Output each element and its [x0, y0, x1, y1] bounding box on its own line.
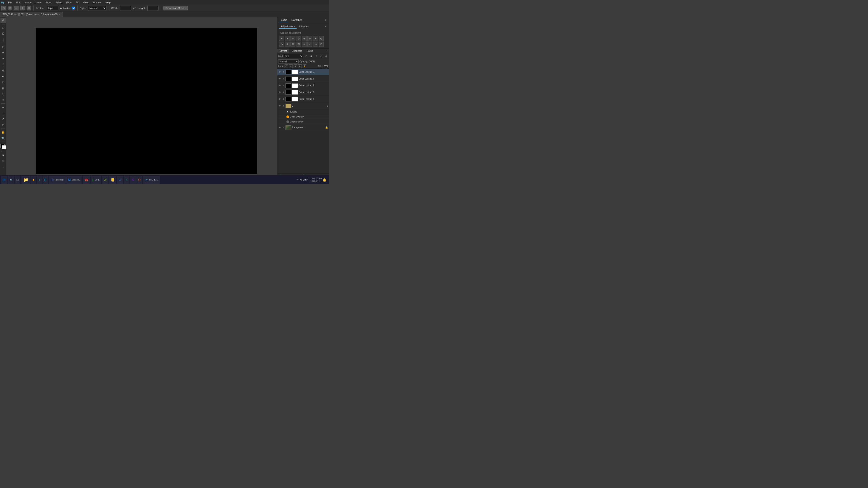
menu-image[interactable]: Image — [23, 1, 33, 4]
width-input[interactable] — [120, 6, 131, 10]
layer-vis-1[interactable]: 👁 — [278, 98, 281, 101]
menu-window[interactable]: Window — [91, 1, 103, 4]
rectangular-marquee-tool[interactable]: ⬡ — [0, 25, 6, 31]
layer-vis-4[interactable]: 👁 — [278, 77, 281, 80]
menu-3d[interactable]: 3D — [74, 1, 81, 4]
pen-tool[interactable]: ✒ — [0, 105, 6, 110]
feather-input[interactable] — [47, 6, 58, 10]
brightness-contrast-icon[interactable]: ☀ — [279, 36, 284, 41]
spotify-btn[interactable]: ♪ — [37, 176, 42, 184]
menu-help[interactable]: Help — [103, 1, 112, 4]
swatches-tab[interactable]: Swatches — [289, 18, 304, 22]
layer-item-color-lookup-2[interactable]: 👁 ⚙ Color Lookup 2 — [277, 82, 329, 89]
start-button[interactable]: ⊞ — [1, 176, 7, 184]
history-brush-tool[interactable]: ↩ — [0, 74, 6, 79]
filter-type-icon[interactable]: T — [314, 54, 318, 58]
marquee-single-col-icon[interactable]: | — [20, 6, 25, 10]
layer-settings-4[interactable]: ⚙ — [282, 77, 285, 80]
filter-pixel-icon[interactable]: ⬡ — [304, 54, 308, 58]
blur-tool[interactable]: ◌ — [0, 91, 6, 97]
lock-transparent-btn[interactable]: ⬡ — [285, 64, 288, 68]
fg-bg-color-selector[interactable] — [0, 144, 6, 149]
adj-panel-collapse[interactable]: ≡ — [324, 25, 327, 28]
hand-tool[interactable]: ✋ — [0, 130, 6, 135]
lock-all-btn[interactable]: 🔒 — [303, 64, 306, 68]
layer-item-background[interactable]: 👁 ⚙ Background 🔒 — [277, 124, 329, 131]
layer-vis-3[interactable]: 👁 — [278, 91, 281, 94]
color-tab[interactable]: Color — [279, 18, 289, 22]
layer-item-j[interactable]: 👁 ⚙ J fx — [277, 103, 329, 109]
quick-mask-tool[interactable]: ◪ — [0, 152, 6, 158]
swap-icon[interactable]: ⇄ — [133, 6, 136, 10]
messenger-btn[interactable]: M Messen... — [66, 176, 82, 184]
task-view-btn[interactable]: ❑ — [15, 176, 20, 184]
layer-settings-3[interactable]: ⚙ — [282, 91, 285, 94]
style-select[interactable]: Normal Fixed Ratio Fixed Size — [88, 6, 106, 10]
shape-tool[interactable]: ◻ — [0, 122, 6, 128]
zoom-tool[interactable]: 🔍 — [0, 135, 6, 141]
layer-item-color-lookup-4[interactable]: 👁 ⚙ Color Lookup 4 — [277, 75, 329, 82]
selective-color-icon[interactable]: ⊡ — [319, 41, 324, 46]
channel-mixer-icon[interactable]: ⊠ — [285, 41, 290, 46]
drop-shadow-item[interactable]: Drop Shadow — [277, 119, 329, 124]
posterize-icon[interactable]: ≡ — [302, 41, 307, 46]
black-white-icon[interactable]: ◐ — [319, 36, 324, 41]
more-tools[interactable]: ... — [0, 164, 6, 169]
color-lookup-icon[interactable]: ⊟ — [290, 41, 296, 46]
file-explorer-btn[interactable]: 📁 — [22, 176, 30, 184]
menu-edit[interactable]: Edit — [14, 1, 22, 4]
clone-stamp-tool[interactable]: ⊕ — [0, 68, 6, 73]
screen-mode-tool[interactable]: ⬛ — [0, 158, 6, 164]
effects-arrow[interactable]: ▼ — [286, 110, 289, 113]
eraser-tool[interactable]: ◻ — [0, 79, 6, 85]
skype-btn[interactable]: S — [42, 176, 48, 184]
onenote-btn[interactable]: N — [130, 176, 136, 184]
photo-filter-icon[interactable]: ◑ — [279, 41, 284, 46]
notepad-btn[interactable]: 📒 — [109, 176, 116, 184]
menu-file[interactable]: File — [6, 1, 14, 4]
wechat-btn[interactable]: W — [102, 176, 108, 184]
facebook-btn[interactable]: Fb Facebook — [49, 176, 66, 184]
layer-settings-j[interactable]: ⚙ — [282, 105, 285, 107]
levels-icon[interactable]: ▲ — [285, 36, 290, 41]
height-input[interactable] — [147, 6, 159, 10]
color-panel-collapse[interactable]: ≡ — [324, 18, 327, 22]
excel-btn[interactable]: X — [124, 176, 129, 184]
search-taskbar[interactable]: 🔍 — [8, 176, 14, 184]
filter-shape-icon[interactable]: ◻ — [319, 54, 323, 58]
layers-tab[interactable]: Layers — [277, 48, 289, 53]
office365-btn[interactable]: O — [136, 176, 143, 184]
layer-settings-bg[interactable]: ⚙ — [282, 126, 285, 129]
adjustments-tab[interactable]: Adjustments — [279, 24, 297, 29]
phone-btn[interactable]: ☎ — [83, 176, 90, 184]
document-tab[interactable]: IMG_5242.psd @ 50% (Color Lookup 5, Laye… — [0, 12, 63, 17]
marquee-tool-icon[interactable]: ⬡ — [1, 6, 6, 10]
eyedropper-tool[interactable]: ✏ — [0, 50, 6, 56]
color-overlay-item[interactable]: Color Overlay — [277, 114, 329, 119]
lock-pixels-btn[interactable]: ✏ — [289, 64, 293, 68]
layer-vis-2[interactable]: 👁 — [278, 84, 281, 87]
blend-mode-select[interactable]: Normal — [278, 59, 299, 64]
lasso-tool[interactable]: ⟨⟩ — [0, 31, 6, 36]
photoshop-taskbar-btn[interactable]: Ps IMG_52... — [143, 176, 160, 184]
gradient-tool[interactable]: ▦ — [0, 86, 6, 91]
crop-tool[interactable]: ⊡ — [0, 44, 6, 50]
line-btn[interactable]: L LINE — [91, 176, 101, 184]
quick-select-tool[interactable]: ⟟ — [0, 37, 6, 42]
marquee-single-row-icon[interactable]: — — [14, 6, 19, 10]
menu-select[interactable]: Select — [54, 1, 64, 4]
menu-view[interactable]: View — [81, 1, 90, 4]
hue-sat-icon[interactable]: ⊗ — [307, 36, 312, 41]
layer-settings-5[interactable]: ⚙ — [282, 71, 285, 73]
anti-alias-checkbox[interactable] — [72, 6, 75, 9]
threshold-icon[interactable]: ⬧ — [307, 41, 312, 46]
text-tool[interactable]: T — [0, 110, 6, 116]
color-balance-icon[interactable]: ⊕ — [313, 36, 318, 41]
layer-item-color-lookup-5[interactable]: 👁 ⚙ Color Lookup 5 — [277, 69, 329, 75]
filter-smart-icon[interactable]: ⊕ — [324, 54, 328, 58]
brush-tool[interactable]: ∫ — [0, 62, 6, 67]
lock-position-btn[interactable]: ✥ — [293, 64, 297, 68]
tab-close-button[interactable]: × — [59, 13, 60, 15]
vibrance-icon[interactable]: ◈ — [302, 36, 307, 41]
curves-icon[interactable]: ∿ — [290, 36, 296, 41]
